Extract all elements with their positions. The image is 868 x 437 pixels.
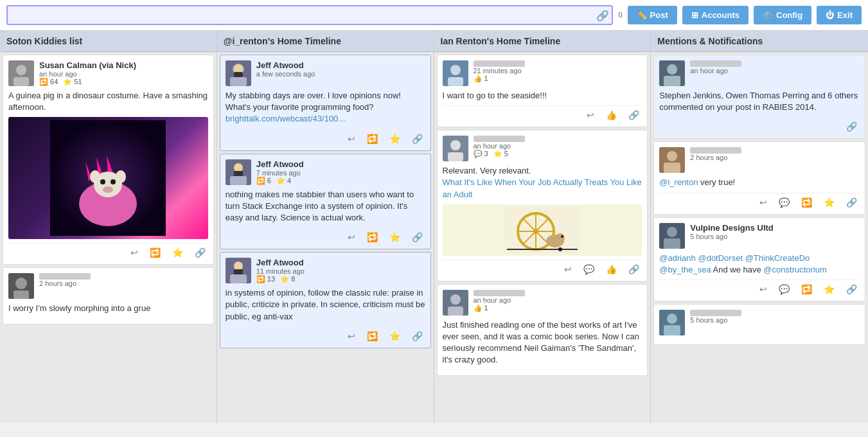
tweet-author: Susan Calman (via Nick) xyxy=(39,60,208,70)
reply-button[interactable]: ↩ xyxy=(757,196,770,209)
retweet-button[interactable]: 🔁 xyxy=(799,283,815,296)
reply-button[interactable]: ↩ xyxy=(757,283,770,296)
comment-button[interactable]: 💬 xyxy=(581,263,597,276)
mention-link-5[interactable]: @constructorium xyxy=(763,265,826,274)
svg-rect-25 xyxy=(230,176,247,185)
author-name-placeholder xyxy=(474,136,525,142)
author-name-placeholder xyxy=(690,147,741,154)
tweet-meta: 21 minutes ago 👍 1 xyxy=(474,60,642,83)
like-button[interactable]: 👍 xyxy=(603,263,619,276)
tweet-meta: Jeff Atwood 11 minutes ago 🔁 13 ⭐ 8 xyxy=(256,258,425,283)
star-button[interactable]: ⭐ xyxy=(821,196,837,209)
config-button[interactable]: ⚙️ Config xyxy=(754,6,811,24)
tweet-time: 5 hours ago xyxy=(690,233,860,240)
search-icon-button[interactable]: 🔗 xyxy=(596,9,609,21)
tweet-header: Jeff Atwood 7 minutes ago 🔁 6 ⭐ 4 xyxy=(226,159,425,185)
svg-point-47 xyxy=(558,247,562,251)
tweet-header: Vulpine Designs Ultd 5 hours ago xyxy=(659,223,860,249)
tweet-card: 21 minutes ago 👍 1 I want to go to the s… xyxy=(437,55,648,127)
avatar xyxy=(659,310,685,335)
post-button[interactable]: ✏️ Post xyxy=(628,6,677,24)
tweet-meta: an hour ago 👍 1 xyxy=(474,290,642,312)
link-button[interactable]: 🔗 xyxy=(626,109,642,121)
svg-point-45 xyxy=(556,233,565,242)
avatar xyxy=(659,223,685,249)
link-button[interactable]: 🔗 xyxy=(626,263,642,276)
star-button[interactable]: ⭐ xyxy=(821,283,837,296)
tweet-meta: Jeff Atwood 7 minutes ago 🔁 6 ⭐ 4 xyxy=(256,159,425,185)
mention-link-4[interactable]: @by_the_sea xyxy=(659,265,711,274)
tweet-author-bar xyxy=(39,273,208,280)
comment-button[interactable]: 💬 xyxy=(776,196,792,209)
reply-button[interactable]: ↩ xyxy=(345,330,358,343)
exit-label: Exit xyxy=(837,10,853,20)
retweet-count: 🔁 64 xyxy=(39,78,58,86)
tweet-actions: ↩ 🔁 ⭐ 🔗 xyxy=(226,227,425,244)
star-button[interactable]: ⭐ xyxy=(387,231,403,244)
comment-button[interactable]: 💬 xyxy=(776,283,792,296)
tweet-header: an hour ago 👍 1 xyxy=(443,290,642,316)
star-button[interactable]: ⭐ xyxy=(387,132,403,145)
like-count: 👍 1 xyxy=(474,304,488,312)
avatar xyxy=(226,159,251,185)
mention-body: Stephen Jenkins, Owen Thomas Perring and… xyxy=(659,90,860,113)
link-button[interactable]: 🔗 xyxy=(192,246,208,259)
retweet-count: 🔁 6 xyxy=(256,177,271,185)
link-button[interactable]: 🔗 xyxy=(844,196,860,209)
retweet-button[interactable]: 🔁 xyxy=(364,330,380,343)
reply-button[interactable]: ↩ xyxy=(128,246,141,259)
like-button[interactable]: 👍 xyxy=(603,109,619,121)
tweet-actions: 🔗 xyxy=(659,117,860,133)
reply-button[interactable]: ↩ xyxy=(345,132,358,145)
link-button[interactable]: 🔗 xyxy=(844,120,860,133)
col3-header: Ian Renton's Home Timeline xyxy=(434,31,651,52)
mention-body: @adrianh @dotDorset @ThinkCreateDo @by_t… xyxy=(659,253,860,276)
tweet-link[interactable]: brighttalk.com/webcast/43/100… xyxy=(226,114,347,123)
tweet-meta: 2 hours ago xyxy=(690,147,860,161)
column-soton-kiddies: Soton Kiddies list Susan Calman (via Nic… xyxy=(0,31,217,423)
avatar xyxy=(226,258,251,283)
tweet-time: 11 minutes ago xyxy=(256,267,425,275)
link-button[interactable]: 🔗 xyxy=(409,132,425,145)
retweet-button[interactable]: 🔁 xyxy=(147,246,163,259)
svg-rect-16 xyxy=(13,290,29,299)
search-input[interactable] xyxy=(6,5,613,25)
star-count: ⭐ 5 xyxy=(493,150,508,158)
svg-point-12 xyxy=(90,170,100,183)
mention-link-3[interactable]: @ThinkCreateDo xyxy=(745,253,810,263)
author-name-placeholder xyxy=(474,290,525,296)
svg-point-31 xyxy=(450,65,461,75)
tweet-article-link[interactable]: What It's Like When Your Job Actually Tr… xyxy=(443,177,642,199)
link-button[interactable]: 🔗 xyxy=(409,231,425,244)
svg-rect-56 xyxy=(664,163,680,173)
mention-card: 5 hours ago xyxy=(653,304,865,345)
accounts-button[interactable]: ⊞ Accounts xyxy=(682,6,748,24)
link-button[interactable]: 🔗 xyxy=(409,330,425,343)
mention-link-1[interactable]: @adrianh xyxy=(659,253,696,263)
mention-link-2[interactable]: @dotDorset xyxy=(698,253,743,263)
tweet-meta: Vulpine Designs Ultd 5 hours ago xyxy=(690,223,860,240)
avatar xyxy=(659,60,685,86)
reply-button[interactable]: ↩ xyxy=(584,109,597,121)
link-button[interactable]: 🔗 xyxy=(844,283,860,296)
reply-button[interactable]: ↩ xyxy=(562,263,574,276)
tweet-header: Jeff Atwood a few seconds ago xyxy=(226,60,425,86)
retweet-button[interactable]: 🔁 xyxy=(364,231,380,244)
svg-point-61 xyxy=(667,314,677,324)
mention-user-link[interactable]: @i_renton xyxy=(659,177,698,187)
retweet-button[interactable]: 🔁 xyxy=(799,196,815,209)
tweet-actions: ↩ 💬 👍 🔗 xyxy=(443,260,642,276)
tweet-actions: ↩ 💬 🔁 ⭐ 🔗 xyxy=(659,280,860,296)
svg-point-1 xyxy=(16,65,26,75)
retweet-button[interactable]: 🔁 xyxy=(364,132,380,145)
svg-point-10 xyxy=(111,179,116,184)
tweet-author-bar xyxy=(474,136,642,142)
exit-button[interactable]: ⏻ Exit xyxy=(817,6,862,24)
star-button[interactable]: ⭐ xyxy=(387,330,403,343)
post-label: Post xyxy=(650,10,668,20)
reply-button[interactable]: ↩ xyxy=(345,231,358,244)
tweet-author: Jeff Atwood xyxy=(256,159,425,169)
tweet-time: an hour ago xyxy=(474,142,642,150)
tweet-time: an hour ago xyxy=(474,296,642,304)
star-button[interactable]: ⭐ xyxy=(170,246,186,259)
